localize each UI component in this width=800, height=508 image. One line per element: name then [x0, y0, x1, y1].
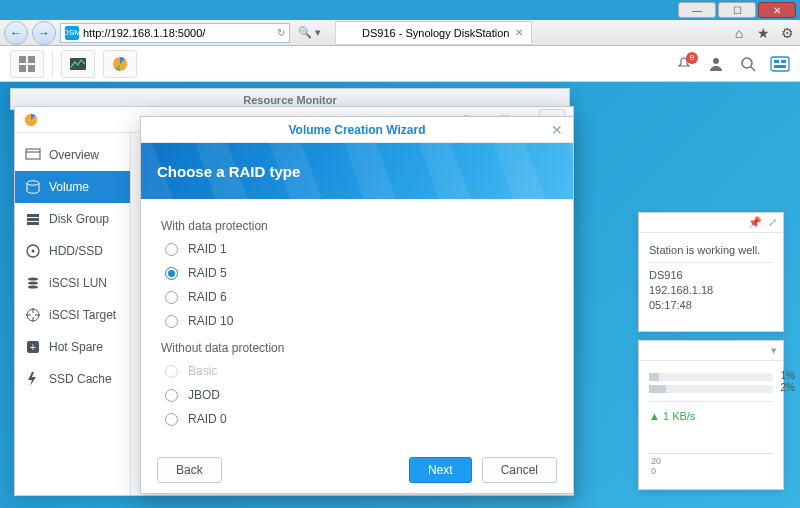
- svg-rect-8: [771, 57, 789, 71]
- cache-icon: [25, 371, 41, 387]
- sidebar-item-volume[interactable]: Volume: [15, 171, 130, 203]
- wizard-footer: Back Next Cancel: [141, 457, 573, 483]
- group-protected-label: With data protection: [161, 219, 553, 233]
- dsm-resource-monitor-button[interactable]: [61, 50, 95, 78]
- wizard-close-icon[interactable]: ✕: [551, 122, 563, 138]
- svg-line-7: [751, 67, 755, 71]
- window-maximize-button[interactable]: ☐: [718, 2, 756, 18]
- wizard-header: Volume Creation Wizard ✕: [141, 117, 573, 143]
- spare-icon: +: [25, 339, 41, 355]
- health-model: DS916: [649, 269, 773, 281]
- search-icon[interactable]: [738, 54, 758, 74]
- next-button[interactable]: Next: [409, 457, 472, 483]
- sidebar-item-label: Disk Group: [49, 212, 109, 226]
- address-url: http://192.168.1.18:5000/: [83, 27, 205, 39]
- browser-forward-button[interactable]: →: [32, 21, 56, 45]
- dsm-desktop: Resource Monitor ? — ☐ ✕ ≡↓ OverviewVolu…: [0, 82, 800, 508]
- radio-icon: [165, 389, 178, 402]
- resource-widget-header: ▾: [639, 341, 783, 361]
- svg-rect-2: [19, 65, 26, 72]
- wizard-heading: Choose a RAID type: [157, 163, 300, 180]
- widget-menu-icon[interactable]: ▾: [771, 344, 777, 357]
- volume-icon: [25, 179, 41, 195]
- search-glyph[interactable]: 🔍 ▾: [294, 26, 325, 39]
- svg-text:+: +: [30, 342, 36, 353]
- dsm-main-menu-button[interactable]: [10, 50, 44, 78]
- window-close-button[interactable]: ✕: [758, 2, 796, 18]
- svg-rect-17: [27, 218, 39, 221]
- notification-icon[interactable]: 9: [674, 54, 694, 74]
- group-unprotected-label: Without data protection: [161, 341, 553, 355]
- volume-creation-wizard: Volume Creation Wizard ✕ Choose a RAID t…: [140, 116, 574, 494]
- svg-rect-13: [26, 149, 40, 159]
- sidebar-item-cache[interactable]: SSD Cache: [15, 363, 130, 395]
- health-status: Station is working well.: [649, 244, 773, 256]
- widget-pin-icon[interactable]: 📌: [748, 216, 762, 229]
- toolbar-separator: [52, 51, 53, 77]
- refresh-icon[interactable]: ↻: [277, 27, 285, 38]
- radio-icon: [165, 315, 178, 328]
- sidebar-item-lun[interactable]: iSCSI LUN: [15, 267, 130, 299]
- sidebar-item-target[interactable]: iSCSI Target: [15, 299, 130, 331]
- svg-rect-18: [27, 222, 39, 225]
- home-icon[interactable]: ⌂: [730, 24, 748, 42]
- tab-title: DS916 - Synology DiskStation: [362, 27, 509, 39]
- radio-icon: [165, 243, 178, 256]
- back-button[interactable]: Back: [157, 457, 222, 483]
- sidebar-item-label: Volume: [49, 180, 89, 194]
- tab-favicon: [344, 27, 356, 39]
- ram-pct: 2%: [781, 382, 795, 393]
- radio-label: RAID 5: [188, 266, 227, 280]
- svg-point-21: [28, 277, 38, 280]
- radio-label: RAID 6: [188, 290, 227, 304]
- target-icon: [25, 307, 41, 323]
- storage-sidebar: OverviewVolumeDisk GroupHDD/SSDiSCSI LUN…: [15, 133, 131, 495]
- radio-label: Basic: [188, 364, 217, 378]
- dsm-toolbar: 9: [0, 46, 800, 82]
- raid-option-raid-10[interactable]: RAID 10: [161, 309, 553, 333]
- sidebar-item-label: Hot Spare: [49, 340, 103, 354]
- svg-point-5: [713, 58, 719, 64]
- raid-option-raid-1[interactable]: RAID 1: [161, 237, 553, 261]
- raid-option-jbod[interactable]: JBOD: [161, 383, 553, 407]
- overview-icon: [25, 147, 41, 163]
- raid-option-raid-6[interactable]: RAID 6: [161, 285, 553, 309]
- sidebar-item-overview[interactable]: Overview: [15, 139, 130, 171]
- tools-icon[interactable]: ⚙: [778, 24, 796, 42]
- sidebar-item-label: iSCSI Target: [49, 308, 116, 322]
- raid-option-raid-5[interactable]: RAID 5: [161, 261, 553, 285]
- svg-rect-16: [27, 214, 39, 217]
- chart-axis: 20: [649, 456, 773, 466]
- address-bar[interactable]: DSM http://192.168.1.18:5000/ ↻: [60, 23, 290, 43]
- browser-tab[interactable]: DS916 - Synology DiskStation ✕: [335, 21, 532, 45]
- svg-rect-0: [19, 56, 26, 63]
- radio-icon: [165, 267, 178, 280]
- raid-option-basic: Basic: [161, 359, 553, 383]
- dsm-storage-manager-button[interactable]: [103, 50, 137, 78]
- os-titlebar: — ☐ ✕: [0, 0, 800, 20]
- svg-rect-11: [774, 65, 786, 68]
- ram-bar: 2%: [649, 385, 773, 393]
- widgets-icon[interactable]: [770, 54, 790, 74]
- resource-widget: ▾ 1% 2% ▲ 1 KB/s 20 0: [638, 340, 784, 490]
- tab-close-icon[interactable]: ✕: [515, 27, 523, 38]
- diskgroup-icon: [25, 211, 41, 227]
- storage-manager-icon: [23, 112, 39, 128]
- cancel-button[interactable]: Cancel: [482, 457, 557, 483]
- window-minimize-button[interactable]: —: [678, 2, 716, 18]
- radio-label: RAID 10: [188, 314, 233, 328]
- sidebar-item-label: iSCSI LUN: [49, 276, 107, 290]
- favorites-icon[interactable]: ★: [754, 24, 772, 42]
- network-up: ▲ 1 KB/s: [649, 410, 773, 422]
- widget-expand-icon[interactable]: ⤢: [768, 216, 777, 229]
- raid-option-raid-0[interactable]: RAID 0: [161, 407, 553, 431]
- health-uptime: 05:17:48: [649, 299, 773, 311]
- svg-point-15: [27, 181, 39, 185]
- browser-back-button[interactable]: ←: [4, 21, 28, 45]
- sidebar-item-diskgroup[interactable]: Disk Group: [15, 203, 130, 235]
- lun-icon: [25, 275, 41, 291]
- sidebar-item-label: SSD Cache: [49, 372, 112, 386]
- sidebar-item-spare[interactable]: +Hot Spare: [15, 331, 130, 363]
- sidebar-item-hdd[interactable]: HDD/SSD: [15, 235, 130, 267]
- user-icon[interactable]: [706, 54, 726, 74]
